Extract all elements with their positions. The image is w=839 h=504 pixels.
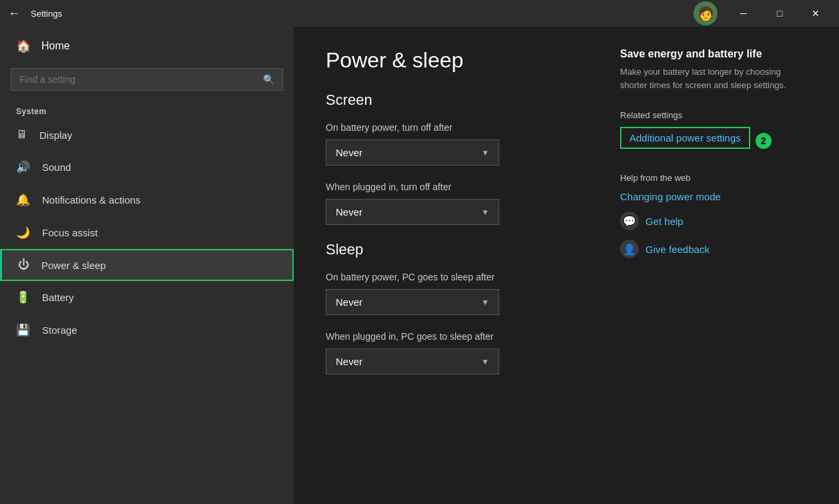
sound-icon: 🔊 <box>16 160 30 174</box>
give-feedback-label: Give feedback <box>645 244 710 255</box>
window-controls: 🧑 ─ □ ✕ <box>693 1 831 25</box>
sidebar-item-storage[interactable]: 💾 Storage <box>0 314 294 346</box>
plugged-sleep-dropdown[interactable]: Never ▼ <box>326 348 499 374</box>
notifications-icon: 🔔 <box>16 193 30 207</box>
battery-screen-value: Never <box>336 147 362 158</box>
battery-sleep-value: Never <box>336 296 362 308</box>
close-button[interactable]: ✕ <box>800 3 831 24</box>
sidebar-item-battery[interactable]: 🔋 Battery <box>0 281 294 314</box>
get-help-link[interactable]: 💬 Get help <box>620 212 807 230</box>
give-feedback-link[interactable]: 👤 Give feedback <box>620 240 807 258</box>
search-input[interactable] <box>19 74 258 85</box>
display-icon: 🖥 <box>16 128 27 142</box>
sound-label: Sound <box>42 162 71 173</box>
right-panel: Save energy and battery life Make your b… <box>620 48 807 483</box>
page-title: Power & sleep <box>326 48 588 73</box>
sidebar-item-display[interactable]: 🖥 Display <box>0 119 294 151</box>
storage-label: Storage <box>42 324 77 336</box>
system-section-label: System <box>0 101 294 119</box>
plugged-sleep-value: Never <box>336 356 362 367</box>
screen-section-title: Screen <box>326 91 588 109</box>
focus-label: Focus assist <box>42 227 97 238</box>
search-icon: 🔍 <box>263 74 274 85</box>
sidebar-item-focus[interactable]: 🌙 Focus assist <box>0 216 294 249</box>
app-body: 🏠 Home 🔍 System 🖥 Display 🔊 Sound 🔔 Noti… <box>0 27 839 504</box>
related-settings-label: Related settings <box>620 110 807 120</box>
sidebar-item-home[interactable]: 🏠 Home <box>0 27 294 65</box>
badge-2: 2 <box>756 133 772 149</box>
display-label: Display <box>39 130 72 141</box>
battery-screen-dropdown[interactable]: Never ▼ <box>326 140 499 166</box>
plugged-screen-dropdown[interactable]: Never ▼ <box>326 199 499 225</box>
title-bar: ← Settings 🧑 ─ □ ✕ <box>0 0 839 27</box>
sidebar-item-sound[interactable]: 🔊 Sound <box>0 151 294 184</box>
save-energy-desc: Make your battery last longer by choosin… <box>620 65 807 91</box>
power-label: Power & sleep <box>41 260 106 271</box>
save-energy-title: Save energy and battery life <box>620 48 807 60</box>
avatar: 🧑 <box>693 1 718 25</box>
back-button[interactable]: ← <box>8 7 20 21</box>
sidebar-item-power[interactable]: ⏻ Power & sleep <box>0 249 294 281</box>
battery-sleep-label: On battery power, PC goes to sleep after <box>326 272 588 282</box>
storage-icon: 💾 <box>16 323 30 337</box>
sidebar-item-notifications[interactable]: 🔔 Notifications & actions <box>0 184 294 216</box>
battery-screen-label: On battery power, turn off after <box>326 122 588 133</box>
dropdown-arrow-2: ▼ <box>481 208 489 217</box>
additional-power-settings-link[interactable]: Additional power settings <box>620 127 750 149</box>
minimize-button[interactable]: ─ <box>728 3 759 24</box>
get-help-label: Get help <box>645 216 683 227</box>
main-content: Power & sleep Screen On battery power, t… <box>326 48 588 483</box>
plugged-sleep-label: When plugged in, PC goes to sleep after <box>326 331 588 342</box>
home-icon: 🏠 <box>16 39 31 53</box>
changing-power-mode-link[interactable]: Changing power mode <box>620 191 807 202</box>
get-help-icon: 💬 <box>620 212 639 230</box>
power-icon: ⏻ <box>18 258 29 272</box>
search-box[interactable]: 🔍 <box>11 68 283 91</box>
app-title: Settings <box>31 9 693 19</box>
dropdown-arrow-1: ▼ <box>481 148 489 158</box>
notifications-label: Notifications & actions <box>42 194 141 206</box>
help-web-label: Help from the web <box>620 173 807 183</box>
plugged-screen-value: Never <box>336 206 362 218</box>
battery-sleep-dropdown[interactable]: Never ▼ <box>326 289 499 315</box>
focus-icon: 🌙 <box>16 226 30 240</box>
dropdown-arrow-4: ▼ <box>481 357 489 366</box>
battery-icon: 🔋 <box>16 290 30 304</box>
content-area: Power & sleep Screen On battery power, t… <box>294 27 839 504</box>
dropdown-arrow-3: ▼ <box>481 298 489 307</box>
plugged-screen-label: When plugged in, turn off after <box>326 182 588 192</box>
maximize-button[interactable]: □ <box>764 3 795 24</box>
give-feedback-icon: 👤 <box>620 240 639 258</box>
home-label: Home <box>41 40 70 52</box>
sleep-section-title: Sleep <box>326 241 588 258</box>
battery-label: Battery <box>42 292 74 303</box>
sidebar: 🏠 Home 🔍 System 🖥 Display 🔊 Sound 🔔 Noti… <box>0 27 294 504</box>
